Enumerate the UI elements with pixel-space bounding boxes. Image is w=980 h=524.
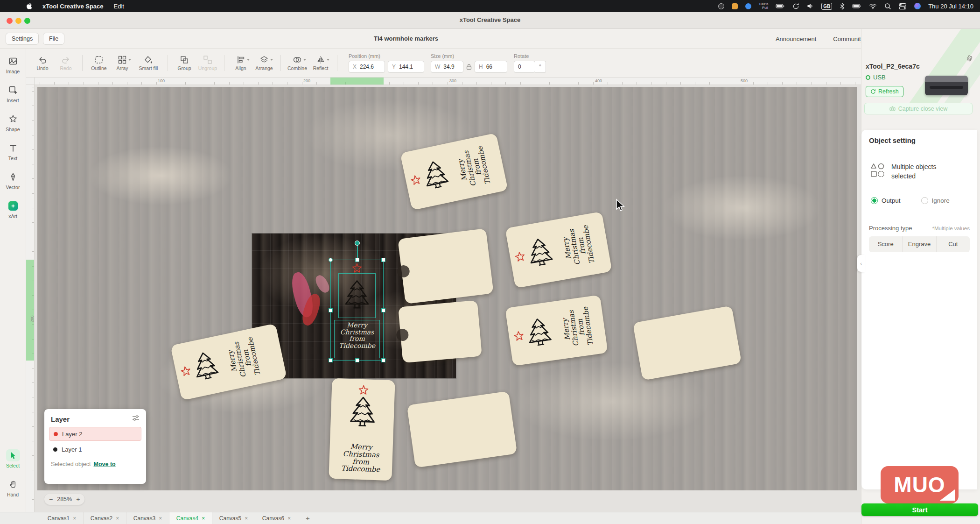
menubar-clock[interactable]: Thu 20 Jul 14:10 — [928, 3, 973, 10]
control-center-icon[interactable] — [899, 3, 907, 10]
wifi-icon[interactable] — [869, 3, 877, 9]
refresh-button[interactable]: Refresh — [866, 86, 903, 97]
close-tab-icon[interactable]: × — [202, 515, 205, 522]
close-tab-icon[interactable]: × — [245, 515, 248, 522]
close-tab-icon[interactable]: × — [116, 515, 119, 522]
resize-handle-right[interactable] — [381, 308, 385, 312]
tab-canvas3[interactable]: Canvas3× — [126, 512, 169, 524]
ruler-horizontal: 100 200 300 400 500 — [35, 78, 861, 85]
bluetooth-icon[interactable] — [840, 3, 845, 10]
link-community[interactable]: Community — [833, 35, 864, 42]
device-settings-gear-icon[interactable] — [966, 55, 973, 64]
status-icon-orange[interactable] — [732, 3, 738, 9]
layer-row-layer1[interactable]: Layer 1 — [49, 442, 141, 456]
resize-handle-bottom-left[interactable] — [329, 358, 333, 362]
undo-button[interactable]: Undo — [31, 55, 54, 71]
ungroup-button[interactable]: Ungroup — [196, 55, 219, 71]
sidebar-item-image[interactable]: Image — [0, 55, 26, 84]
outline-button[interactable]: Outline — [87, 55, 111, 71]
combine-dropdown-caret — [303, 59, 306, 61]
sidebar-item-select[interactable]: Select — [0, 449, 26, 478]
blank-tag[interactable] — [398, 228, 494, 304]
battery-icon-2[interactable] — [852, 2, 861, 10]
sidebar-item-text[interactable]: Text — [0, 142, 26, 171]
zoom-level[interactable]: 285% — [57, 496, 72, 503]
capture-close-view-button[interactable]: Capture close view — [864, 103, 973, 114]
panel-collapse-handle[interactable]: ‹ — [857, 255, 865, 272]
redo-button[interactable]: Redo — [54, 55, 77, 71]
close-tab-icon[interactable]: × — [73, 515, 76, 522]
tab-canvas5[interactable]: Canvas5× — [212, 512, 255, 524]
battery-icon[interactable] — [776, 2, 785, 10]
output-radio[interactable]: Output — [871, 197, 901, 204]
status-icon-blue[interactable] — [745, 3, 751, 9]
resize-handle-top-right[interactable] — [381, 258, 385, 262]
resize-handle-top-left[interactable] — [329, 258, 333, 262]
ruler-mark: 300 — [449, 78, 456, 83]
search-icon[interactable] — [884, 3, 891, 10]
combine-button[interactable]: Combine — [286, 55, 309, 71]
ignore-radio[interactable]: Ignore — [921, 197, 950, 204]
insert-icon — [6, 84, 20, 96]
volume-icon[interactable] — [807, 3, 814, 9]
tab-engrave[interactable]: Engrave — [902, 236, 936, 252]
start-button[interactable]: Start — [861, 503, 978, 516]
resize-handle-top[interactable] — [355, 258, 359, 262]
zoom-out-button[interactable]: − — [49, 496, 53, 503]
sidebar-item-vector[interactable]: Vector — [0, 171, 26, 200]
aspect-lock-icon[interactable] — [466, 64, 472, 70]
tab-cut[interactable]: Cut — [936, 236, 970, 252]
menubar-app-name[interactable]: xTool Creative Space — [42, 3, 104, 10]
sidebar-label: Select — [6, 463, 20, 468]
sidebar-item-hand[interactable]: Hand — [0, 478, 26, 507]
size-w-input[interactable]: W 34.9 — [431, 61, 463, 73]
close-tab-icon[interactable]: × — [287, 515, 291, 522]
resize-handle-bottom-right[interactable] — [381, 358, 385, 362]
photo-detail — [313, 273, 331, 295]
tab-score[interactable]: Score — [869, 236, 902, 252]
ruler-mark: 400 — [595, 78, 602, 83]
sidebar-item-shape[interactable]: Shape — [0, 113, 26, 142]
resize-handle-left[interactable] — [329, 308, 333, 312]
sidebar-item-xart[interactable]: xArt — [0, 200, 26, 229]
reflect-button[interactable]: Reflect — [309, 55, 332, 71]
position-x-input[interactable]: X 224.6 — [349, 61, 385, 73]
close-tab-icon[interactable]: × — [159, 515, 162, 522]
input-source-badge[interactable]: GB — [821, 3, 832, 10]
tab-canvas2[interactable]: Canvas2× — [84, 512, 126, 524]
smart-fill-button[interactable]: Smart fill — [134, 55, 163, 71]
layer-row-layer2[interactable]: Layer 2 — [49, 427, 141, 441]
canvas-viewport[interactable]: MerryChristmas fromTidecombe MerryChrist… — [35, 85, 861, 512]
siri-icon[interactable] — [914, 3, 921, 9]
array-button[interactable]: Array — [111, 55, 134, 71]
align-button[interactable]: Align — [229, 55, 252, 71]
sidebar-item-insert[interactable]: Insert — [0, 84, 26, 113]
toolbar-separator — [168, 55, 168, 71]
add-canvas-button[interactable]: + — [306, 514, 310, 522]
tab-canvas1[interactable]: Canvas1× — [41, 512, 84, 524]
rotate-handle[interactable] — [355, 241, 360, 246]
position-y-input[interactable]: Y 144.1 — [388, 61, 424, 73]
link-announcement[interactable]: Announcement — [776, 35, 816, 42]
selection-box[interactable]: MerryChristmas fromTidecombe — [330, 260, 384, 361]
apple-menu-icon[interactable] — [26, 2, 32, 10]
rotate-input[interactable]: 0 — [514, 61, 535, 73]
settings-button[interactable]: Settings — [6, 33, 39, 45]
design-tag[interactable]: MerryChristmas fromTidecombe — [329, 378, 395, 481]
tab-canvas4[interactable]: Canvas4× — [169, 512, 212, 524]
blank-tag[interactable] — [398, 300, 482, 363]
zoom-in-button[interactable]: + — [76, 496, 80, 503]
ruler-mark: 100 — [158, 78, 165, 83]
move-to-link[interactable]: Move to — [93, 461, 115, 467]
file-button[interactable]: File — [43, 33, 64, 45]
resize-handle-bottom[interactable] — [355, 358, 359, 362]
group-button[interactable]: Group — [173, 55, 196, 71]
layer-settings-icon[interactable] — [132, 415, 140, 423]
sync-icon[interactable] — [792, 3, 799, 10]
screen-record-icon[interactable] — [718, 3, 724, 9]
tab-canvas6[interactable]: Canvas6× — [255, 512, 298, 524]
sidebar-label: Shape — [6, 127, 20, 132]
arrange-button[interactable]: Arrange — [252, 55, 276, 71]
menubar-edit[interactable]: Edit — [114, 3, 124, 10]
size-h-input[interactable]: H 66 — [475, 61, 507, 73]
